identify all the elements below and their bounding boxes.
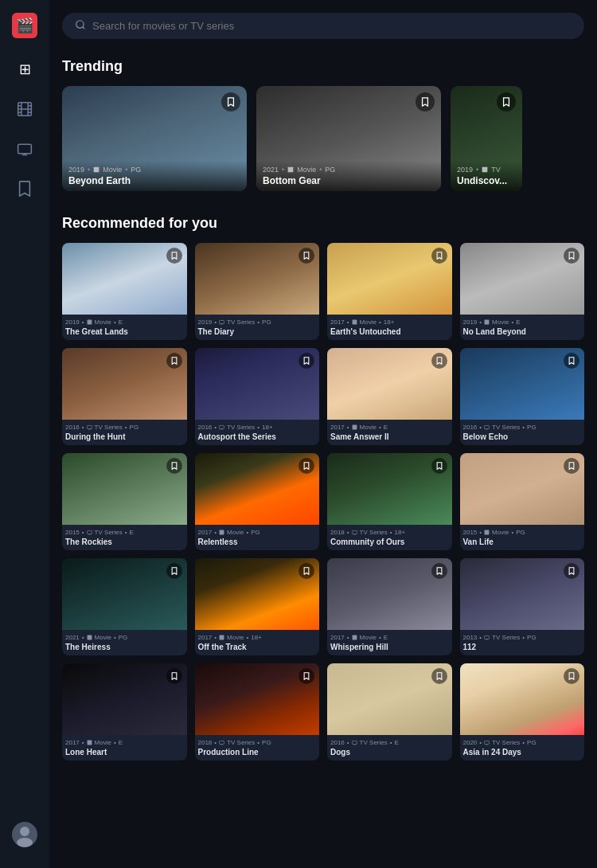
card-body: 2013• TV Series•PG 112 bbox=[460, 630, 585, 655]
sidebar-item-home[interactable]: ⊞ bbox=[16, 61, 33, 78]
card-asia-24[interactable]: 2020• TV Series•PG Asia in 24 Days bbox=[460, 663, 585, 760]
card-earths-untouched[interactable]: 2017• Movie•18+ Earth's Untouched bbox=[327, 243, 452, 340]
card-body: 2016• TV Series•E Dogs bbox=[327, 735, 452, 760]
svg-line-12 bbox=[83, 27, 85, 29]
card-body: 2021• Movie•PG The Heiress bbox=[62, 630, 187, 655]
card-title: 112 bbox=[463, 643, 582, 652]
card-meta: 2015• Movie•PG bbox=[463, 529, 582, 536]
card-off-track[interactable]: 2017• Movie•18+ Off the Track bbox=[195, 558, 320, 655]
card-body: 2017• Movie•E Same Answer II bbox=[327, 420, 452, 445]
svg-rect-30 bbox=[352, 635, 357, 640]
bookmark-button[interactable] bbox=[564, 668, 579, 684]
card-meta: 2017• Movie•18+ bbox=[330, 319, 449, 326]
sidebar-item-tv[interactable] bbox=[16, 140, 33, 158]
card-autosport[interactable]: 2016• TV Series•18+ Autosport the Series bbox=[195, 348, 320, 445]
bookmark-button[interactable] bbox=[221, 92, 240, 111]
card-rockies[interactable]: 2015• TV Series•E The Rockies bbox=[62, 453, 187, 550]
bookmark-button[interactable] bbox=[166, 353, 182, 369]
card-title: Earth's Untouched bbox=[330, 327, 449, 337]
card-body: 2015• Movie•PG Van Life bbox=[460, 525, 585, 550]
card-relentless[interactable]: 2017• Movie•PG Relentless bbox=[195, 453, 320, 550]
card-title: Autosport the Series bbox=[198, 432, 317, 442]
card-title: Relentless bbox=[198, 538, 317, 547]
search-bar[interactable] bbox=[62, 13, 584, 39]
card-during-hunt[interactable]: 2016• TV Series•PG During the Hunt bbox=[62, 348, 187, 445]
card-meta: 2016• TV Series•PG bbox=[463, 424, 582, 431]
trending-card-bottom-gear[interactable]: 2021 • Movie • PG Bottom Gear bbox=[256, 86, 441, 191]
card-same-answer[interactable]: 2017• Movie•E Same Answer II bbox=[327, 348, 452, 445]
svg-rect-16 bbox=[87, 320, 92, 325]
bookmark-button[interactable] bbox=[298, 668, 314, 684]
bookmark-button[interactable] bbox=[166, 458, 182, 474]
bookmark-button[interactable] bbox=[564, 458, 579, 474]
card-body: 2015• TV Series•E The Rockies bbox=[62, 525, 187, 550]
bookmark-button[interactable] bbox=[431, 353, 447, 369]
bookmark-button[interactable] bbox=[416, 92, 435, 111]
card-body: 2019• Movie•E No Land Beyond bbox=[460, 315, 585, 340]
card-meta: 2016• TV Series•E bbox=[330, 739, 449, 746]
card-title: The Rockies bbox=[65, 538, 184, 547]
card-meta: 2016• TV Series•PG bbox=[65, 424, 184, 431]
card-van-life[interactable]: 2015• Movie•PG Van Life bbox=[460, 453, 585, 550]
bookmark-button[interactable] bbox=[564, 248, 579, 264]
card-great-lands[interactable]: 2019• Movie•E The Great Lands bbox=[62, 243, 187, 340]
card-title: Off the Track bbox=[198, 643, 317, 652]
card-below-echo[interactable]: 2016• TV Series•PG Below Echo bbox=[460, 348, 585, 445]
bookmark-button[interactable] bbox=[298, 458, 314, 474]
recommended-row-3: 2015• TV Series•E The Rockies 201 bbox=[62, 453, 584, 550]
search-input[interactable] bbox=[92, 20, 572, 32]
card-title: During the Hunt bbox=[65, 432, 184, 442]
recommended-row-2: 2016• TV Series•PG During the Hunt bbox=[62, 348, 584, 445]
card-body: 2020• TV Series•PG Asia in 24 Days bbox=[460, 735, 585, 760]
bookmark-button[interactable] bbox=[166, 248, 182, 264]
card-body: 2016• TV Series•PG Below Echo bbox=[460, 420, 585, 445]
card-title: Community of Ours bbox=[330, 538, 449, 547]
svg-rect-17 bbox=[220, 320, 224, 323]
svg-point-11 bbox=[76, 21, 84, 28]
svg-rect-20 bbox=[87, 425, 92, 428]
bookmark-button[interactable] bbox=[166, 563, 182, 579]
trending-card-beyond-earth[interactable]: 2019 • Movie • PG Beyond Earth bbox=[62, 86, 247, 191]
trending-row: 2019 • Movie • PG Beyond Earth bbox=[62, 86, 584, 191]
bookmark-button[interactable] bbox=[298, 563, 314, 579]
bookmark-button[interactable] bbox=[564, 563, 579, 579]
trending-card-title: Beyond Earth bbox=[68, 175, 240, 186]
bookmark-button[interactable] bbox=[497, 92, 516, 111]
bookmark-button[interactable] bbox=[431, 668, 447, 684]
card-whispering-hill[interactable]: 2017• Movie•E Whispering Hill bbox=[327, 558, 452, 655]
bookmark-button[interactable] bbox=[431, 458, 447, 474]
bookmark-button[interactable] bbox=[431, 563, 447, 579]
bookmark-button[interactable] bbox=[564, 353, 579, 369]
card-meta: 2015• TV Series•E bbox=[65, 529, 184, 536]
sidebar-item-bookmarks[interactable] bbox=[16, 180, 33, 197]
card-lone-heart[interactable]: 2017• Movie•E Lone Heart bbox=[62, 663, 187, 760]
svg-rect-26 bbox=[352, 530, 357, 534]
user-avatar[interactable] bbox=[12, 822, 37, 847]
app-logo[interactable]: 🎬 bbox=[12, 13, 37, 38]
card-diary[interactable]: 2019• TV Series•PG The Diary bbox=[195, 243, 320, 340]
card-meta: 2017• Movie•E bbox=[65, 739, 184, 746]
svg-rect-32 bbox=[87, 741, 92, 745]
card-meta: 2017• Movie•18+ bbox=[198, 634, 317, 641]
svg-rect-25 bbox=[220, 530, 224, 535]
bookmark-button[interactable] bbox=[431, 248, 447, 264]
card-body: 2017• Movie•E Whispering Hill bbox=[327, 630, 452, 655]
recommended-row-5: 2017• Movie•E Lone Heart 2018• bbox=[62, 663, 584, 760]
card-112[interactable]: 2013• TV Series•PG 112 bbox=[460, 558, 585, 655]
svg-rect-18 bbox=[352, 320, 357, 325]
trending-card-undiscovered[interactable]: 2019 • TV Undiscov... bbox=[451, 86, 522, 191]
card-title: No Land Beyond bbox=[463, 327, 582, 337]
card-no-land-beyond[interactable]: 2019• Movie•E No Land Beyond bbox=[460, 243, 585, 340]
recommended-title: Recommended for you bbox=[62, 215, 584, 232]
bookmark-button[interactable] bbox=[298, 353, 314, 369]
sidebar-item-films[interactable] bbox=[16, 100, 33, 118]
card-overlay: 2021 • Movie • PG Bottom Gear bbox=[256, 161, 441, 191]
bookmark-button[interactable] bbox=[166, 668, 182, 684]
card-dogs[interactable]: 2016• TV Series•E Dogs bbox=[327, 663, 452, 760]
bookmark-button[interactable] bbox=[298, 248, 314, 264]
recommended-row-4: 2021• Movie•PG The Heiress 2017• bbox=[62, 558, 584, 655]
card-community-of-ours[interactable]: 2018• TV Series•18+ Community of Ours bbox=[327, 453, 452, 550]
card-production-line[interactable]: 2018• TV Series•PG Production Line bbox=[195, 663, 320, 760]
recommended-row-1: 2019• Movie•E The Great Lands 201 bbox=[62, 243, 584, 340]
card-heiress[interactable]: 2021• Movie•PG The Heiress bbox=[62, 558, 187, 655]
